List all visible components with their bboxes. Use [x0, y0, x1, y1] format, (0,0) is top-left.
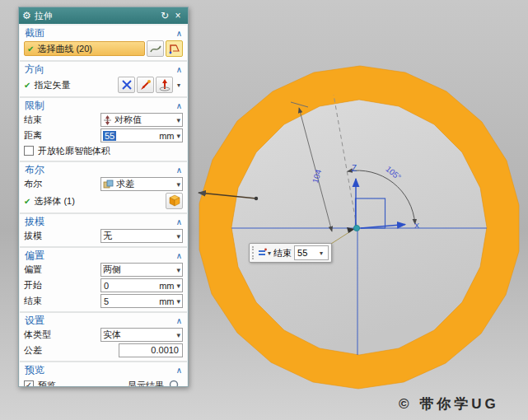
- offset-start-field[interactable]: 0 mm ▾: [100, 278, 183, 292]
- settings-header-label: 设置: [25, 314, 44, 328]
- chevron-down-icon: ▾: [177, 82, 180, 89]
- draft-header-label: 拔模: [25, 215, 44, 229]
- chevron-up-icon[interactable]: ∧: [176, 251, 182, 260]
- reset-button[interactable]: ↻: [158, 10, 171, 21]
- sketch-origin-point[interactable]: [353, 225, 359, 231]
- chevron-up-icon[interactable]: ∧: [176, 166, 182, 175]
- watermark-text: © 带你学UG: [399, 394, 499, 413]
- onscreen-input-box[interactable]: ▾ 结束 55 ▾: [249, 243, 332, 263]
- inferred-vector-button[interactable]: [156, 77, 173, 93]
- curve-button[interactable]: [147, 40, 164, 57]
- reverse-direction-icon: [120, 78, 133, 91]
- direction-header[interactable]: 方向 ∧: [20, 63, 187, 76]
- onscreen-end-label: 结束: [273, 247, 292, 259]
- limits-end-dropdown[interactable]: 对称值 ▾: [100, 113, 183, 127]
- chevron-down-icon: ▾: [175, 331, 180, 339]
- settings-header[interactable]: 设置 ∧: [20, 314, 187, 327]
- distance-unit[interactable]: mm: [157, 131, 176, 141]
- offset-start-label: 开始: [24, 279, 100, 292]
- select-body-label: 选择体 (1): [34, 195, 164, 208]
- select-curve-field[interactable]: ✔ 选择曲线 (20): [24, 41, 145, 56]
- onscreen-end-field[interactable]: 55 ▾: [294, 245, 329, 260]
- limits-header[interactable]: 限制 ∧: [20, 99, 187, 112]
- offset-end-row: 结束 5 mm ▾: [20, 293, 187, 309]
- offset-label: 偏置: [24, 264, 100, 276]
- x-axis-label: X: [414, 222, 419, 230]
- offset-end-value[interactable]: 5: [103, 296, 157, 306]
- limits-end-label: 结束: [24, 114, 100, 126]
- boolean-header[interactable]: 布尔 ∧: [20, 163, 187, 176]
- show-result-button[interactable]: [166, 377, 183, 386]
- check-icon: ✔: [24, 81, 30, 90]
- group-direction: 方向 ∧ ✔ 指定矢量: [20, 62, 187, 98]
- body-type-dropdown[interactable]: 实体 ▾: [100, 328, 183, 342]
- tolerance-row: 公差 0.0010: [20, 343, 187, 358]
- chevron-up-icon[interactable]: ∧: [176, 316, 182, 325]
- magnifier-icon: [168, 379, 181, 386]
- preview-header[interactable]: 预览 ∧: [20, 363, 187, 376]
- distance-row: 距离 55 mm ▾: [20, 128, 187, 143]
- select-body-button[interactable]: [166, 193, 183, 209]
- solid-cube-icon: [167, 194, 182, 208]
- symmetric-value-icon: [103, 115, 112, 125]
- close-button[interactable]: ×: [171, 10, 185, 21]
- specify-vector-label: 指定矢量: [34, 79, 116, 91]
- chevron-down-icon[interactable]: ▾: [176, 297, 180, 306]
- offset-start-value[interactable]: 0: [103, 281, 157, 291]
- chevron-down-icon: ▾: [175, 180, 180, 189]
- body-type-label: 体类型: [24, 329, 100, 341]
- onscreen-end-value[interactable]: 55: [297, 248, 319, 258]
- gear-icon: ⚙: [22, 10, 31, 21]
- distance-field[interactable]: 55 mm ▾: [100, 128, 183, 142]
- preview-checkbox[interactable]: ✓: [24, 380, 34, 386]
- chevron-up-icon[interactable]: ∧: [176, 366, 182, 375]
- draft-value: 无: [103, 230, 175, 242]
- expression-icon[interactable]: [257, 248, 267, 258]
- group-limits: 限制 ∧ 结束 对称值 ▾ 距离 55 mm ▾: [20, 98, 187, 162]
- chevron-up-icon[interactable]: ∧: [176, 101, 182, 110]
- dialog-titlebar[interactable]: ⚙ 拉伸 ↻ ×: [19, 7, 188, 24]
- body-type-value: 实体: [103, 329, 175, 341]
- reverse-direction-button[interactable]: [118, 77, 135, 93]
- chevron-down-icon[interactable]: ▾: [320, 250, 323, 257]
- boolean-label: 布尔: [24, 178, 100, 190]
- draft-row: 拔模 无 ▾: [20, 228, 187, 244]
- chevron-down-icon: ▾: [175, 266, 180, 274]
- chevron-up-icon[interactable]: ∧: [176, 29, 182, 38]
- offset-handle-dot[interactable]: [255, 197, 258, 200]
- vector-dialog-button[interactable]: [137, 77, 154, 93]
- draft-header[interactable]: 拔模 ∧: [20, 215, 187, 228]
- show-result-label: 显示结果: [128, 380, 164, 387]
- distance-label: 距离: [24, 129, 100, 142]
- section-header[interactable]: 截面 ∧: [20, 26, 187, 40]
- chevron-up-icon[interactable]: ∧: [176, 65, 182, 74]
- boolean-dropdown[interactable]: 求差 ▾: [100, 177, 183, 191]
- distance-value[interactable]: 55: [103, 131, 116, 141]
- group-draft: 拔模 ∧ 拔模 无 ▾: [20, 214, 187, 248]
- draft-dropdown[interactable]: 无 ▾: [100, 229, 183, 243]
- open-profile-checkbox[interactable]: [24, 146, 34, 156]
- offset-start-unit[interactable]: mm: [157, 281, 176, 291]
- open-profile-row: 开放轮廓智能体积: [20, 143, 187, 158]
- offset-dropdown[interactable]: 两侧 ▾: [100, 263, 183, 277]
- offset-end-label: 结束: [24, 295, 100, 307]
- sketch-section-button[interactable]: [166, 40, 183, 57]
- chevron-down-icon[interactable]: ▾: [268, 250, 271, 257]
- offset-header[interactable]: 偏置 ∧: [20, 249, 187, 262]
- drag-grip[interactable]: [252, 246, 255, 259]
- dialog-body: 截面 ∧ ✔ 选择曲线 (20): [19, 24, 188, 386]
- vector-options-dropdown[interactable]: ▾: [175, 77, 183, 93]
- extrude-dialog: ⚙ 拉伸 ↻ × 截面 ∧ ✔ 选择曲线 (20): [18, 7, 189, 387]
- chevron-down-icon[interactable]: ▾: [176, 282, 180, 290]
- offset-end-field[interactable]: 5 mm ▾: [100, 294, 183, 308]
- group-boolean: 布尔 ∧ 布尔 求差 ▾ ✔ 选择体 (1): [20, 162, 187, 214]
- chevron-down-icon[interactable]: ▾: [176, 132, 180, 140]
- offset-row: 偏置 两侧 ▾: [20, 262, 187, 278]
- offset-end-unit[interactable]: mm: [157, 296, 176, 306]
- tolerance-field[interactable]: 0.0010: [119, 343, 183, 357]
- direction-header-label: 方向: [25, 63, 44, 77]
- chevron-up-icon[interactable]: ∧: [176, 217, 182, 226]
- specify-vector-row: ✔ 指定矢量: [20, 76, 187, 94]
- boolean-header-label: 布尔: [25, 163, 44, 177]
- select-curve-row: ✔ 选择曲线 (20): [20, 40, 187, 58]
